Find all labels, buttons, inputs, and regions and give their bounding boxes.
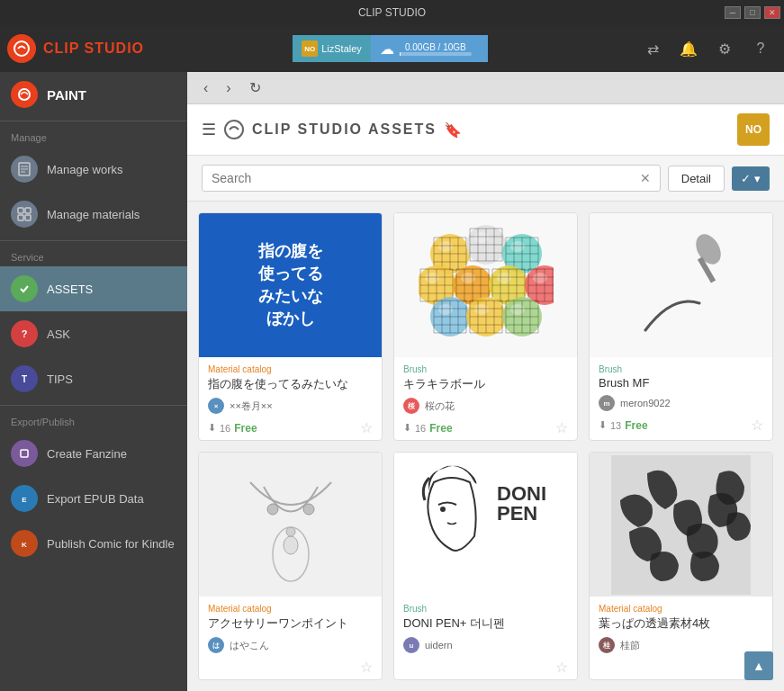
export-section-label: Export/Publish [0,409,187,431]
paint-icon [11,81,38,108]
download-icon: ⬇ [599,419,607,431]
bookmark-icon[interactable]: 🔖 [444,121,462,139]
search-input[interactable] [212,171,633,185]
window-controls: ─ □ ✕ [725,6,780,19]
header-icons: ⇄ 🔔 ⚙ ? [636,32,777,65]
settings-button[interactable]: ⚙ [708,32,741,65]
sidebar-divider-2 [0,240,187,241]
card-stats: ⬇13 Free [599,419,648,432]
card-thumbnail [199,453,382,597]
minimize-button[interactable]: ─ [725,6,741,19]
asset-card[interactable]: Material catalog 葉っぱの透過素材4枚 桂 桂節 ☆ [589,452,773,680]
transfer-button[interactable]: ⇄ [636,32,669,65]
card-author: × ××巻月×× [208,398,373,414]
star-icon[interactable]: ☆ [360,419,373,436]
card-thumbnail: DONI PEN [394,453,577,597]
card-name-label: DONI PEN+ 더니펜 [403,615,568,632]
detail-button[interactable]: Detail [668,166,725,192]
create-fanzine-label: Create Fanzine [47,447,127,461]
svg-point-21 [225,121,243,139]
sidebar-item-export-epub[interactable]: E Export EPUB Data [0,476,187,521]
asset-card[interactable]: Material catalog アクセサリーワンポイント は はやこん ☆ [198,452,383,680]
kindle-icon: K [11,530,38,557]
card-stats: ⬇16 Free [208,422,257,435]
username-label: LizStaley [321,43,362,54]
close-button[interactable]: ✕ [764,6,780,19]
main-layout: PAINT Manage Manage works [0,72,784,691]
star-icon[interactable]: ☆ [360,659,373,676]
checkmark-icon: ✓ [741,172,751,185]
card-info: Brush Brush MF m meron9022 ⬇13 Free ☆ [590,357,772,441]
download-icon: ⬇ [403,422,411,434]
svg-rect-7 [25,208,31,213]
author-avatar: 桂 [599,637,615,653]
sidebar-item-ask[interactable]: ? ASK [0,311,187,356]
user-button[interactable]: NO LizStaley [293,35,371,62]
app-name-label: CLIP STUDIO [43,40,144,57]
sidebar-item-paint[interactable]: PAINT [0,72,187,117]
star-icon[interactable]: ☆ [751,417,763,434]
card-thumbnail: 指の腹を使ってるみたいなぼかし [199,213,382,357]
author-name-label: ××巻月×× [230,399,273,413]
refresh-button[interactable]: ↻ [244,77,266,98]
author-avatar: は [208,637,224,653]
sidebar-item-tips[interactable]: T TIPS [0,356,187,401]
forward-button[interactable]: › [221,78,236,98]
sidebar-item-manage-materials[interactable]: Manage materials [0,192,187,237]
card-thumb-container [590,213,772,357]
app-title-text: CLIP STUDIO [358,6,426,19]
card-author: 桜 桜の花 [403,398,568,414]
notification-button[interactable]: 🔔 [672,32,705,65]
svg-point-10 [18,283,31,295]
card-footer: ☆ [599,659,763,676]
asset-card[interactable]: 指の腹を使ってるみたいなぼかし Material catalog 指の腹を使って… [198,212,383,441]
download-count: 16 [415,423,426,434]
content-area: ‹ › ↻ ☰ CLIP STUDIO ASSETS 🔖 NO [187,72,784,691]
asset-grid: 指の腹を使ってるみたいなぼかし Material catalog 指の腹を使って… [187,202,784,691]
svg-text:K: K [22,541,27,549]
help-button[interactable]: ? [744,32,777,65]
sidebar-divider-1 [0,121,187,121]
star-icon[interactable]: ☆ [555,419,568,436]
sidebar-item-manage-works[interactable]: Manage works [0,147,187,192]
card-thumbnail [590,453,772,597]
card-footer: ☆ [208,659,373,676]
scroll-to-top-button[interactable]: ▲ [744,651,773,680]
asset-card[interactable]: Brush Brush MF m meron9022 ⬇13 Free ☆ [589,212,773,441]
cloud-button[interactable]: ☁ 0.00GB / 10GB [371,35,488,62]
asset-card[interactable]: DONI PEN Brush DONI PEN+ 더니펜 u uidern [393,452,578,680]
hamburger-menu-icon[interactable]: ☰ [202,120,216,139]
assets-header: ☰ CLIP STUDIO ASSETS 🔖 NO [187,104,784,156]
author-avatar: 桜 [403,398,419,414]
maximize-button[interactable]: □ [744,6,761,19]
sidebar-item-assets[interactable]: ASSETS [0,266,187,311]
card-info: Brush キラキラボール 桜 桜の花 ⬇16 Free ☆ [394,357,577,441]
svg-rect-6 [18,208,23,213]
card-author: 桂 桂節 [599,637,763,653]
author-avatar: m [599,395,615,411]
svg-point-1 [19,89,30,100]
card-price: Free [625,419,647,432]
sidebar-item-publish-kindle[interactable]: K Publish Comic for Kindle [0,521,187,566]
manage-section-label: Manage [0,125,187,147]
filter-button[interactable]: ✓ ▾ [732,166,770,191]
card-info: Brush DONI PEN+ 더니펜 u uidern ☆ [394,597,577,680]
cloud-bar-container [400,52,472,56]
svg-rect-9 [25,215,31,220]
manage-works-label: Manage works [47,163,123,176]
tips-icon: T [11,365,38,392]
search-container: ✕ [202,165,661,192]
user-avatar-large[interactable]: NO [737,113,770,146]
card-thumb-container: 指の腹を使ってるみたいなぼかし [199,213,382,357]
search-clear-icon[interactable]: ✕ [640,171,651,185]
back-button[interactable]: ‹ [198,78,213,98]
clip-studio-assets-logo-icon [223,119,245,140]
asset-card[interactable]: Brush キラキラボール 桜 桜の花 ⬇16 Free ☆ [393,212,578,441]
card-name-label: Brush MF [599,376,763,390]
title-bar: CLIP STUDIO ─ □ ✕ [0,0,784,25]
sidebar-item-create-fanzine[interactable]: Create Fanzine [0,431,187,476]
sidebar: PAINT Manage Manage works [0,72,187,691]
author-name-label: meron9022 [620,398,671,408]
star-icon[interactable]: ☆ [555,659,568,676]
card-footer: ⬇13 Free ☆ [599,417,763,434]
